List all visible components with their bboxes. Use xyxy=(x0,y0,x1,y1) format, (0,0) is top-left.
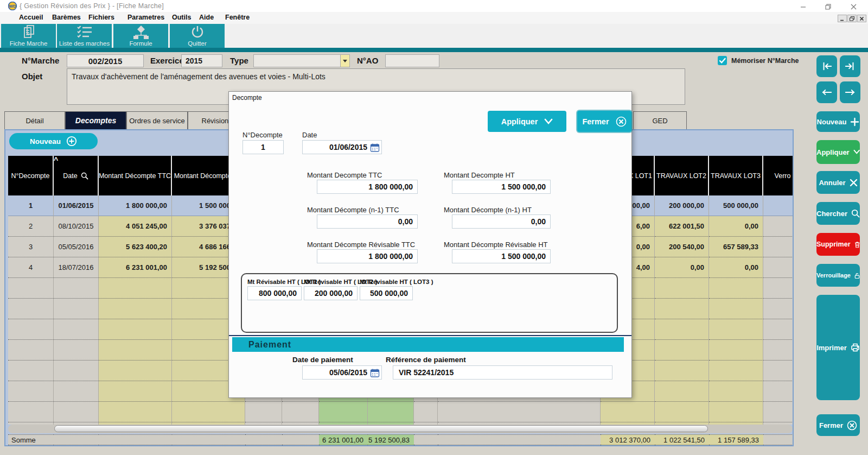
menu-item-fen-tre[interactable]: Fenêtre xyxy=(225,14,250,21)
table-cell xyxy=(709,319,763,340)
fiche-marche-button[interactable]: Fiche Marche xyxy=(1,24,56,48)
table-cell[interactable]: 0,00 xyxy=(709,257,763,278)
table-cell[interactable]: 200 540,00 xyxy=(655,237,709,257)
table-nouveau-button[interactable]: Nouveau xyxy=(9,133,98,149)
window-close-icon[interactable] xyxy=(846,3,860,10)
mt-rev-ht-field[interactable]: 1 500 000,00 xyxy=(452,249,551,263)
type-select[interactable] xyxy=(253,54,350,67)
tab-ged[interactable]: GED xyxy=(633,111,687,129)
tab-ordres-de-service[interactable]: Ordres de service xyxy=(126,111,188,129)
quitter-button[interactable]: Quitter xyxy=(170,24,225,48)
table-cell[interactable]: 500 000,00 xyxy=(709,195,763,216)
mt-ht-field[interactable]: 1 500 000,00 xyxy=(452,180,551,194)
table-cell[interactable] xyxy=(763,216,794,237)
mt-ttc-field[interactable]: 1 800 000,00 xyxy=(317,180,418,194)
first-record-button[interactable] xyxy=(816,55,837,77)
search-icon[interactable] xyxy=(81,172,88,180)
table-cell[interactable]: 657 589,33 xyxy=(709,237,763,257)
sidebar-imprimer-button[interactable]: Imprimer xyxy=(816,295,860,400)
table-cell[interactable]: 08/10/2015 xyxy=(54,216,99,237)
lot3-field[interactable]: 500 000,00 xyxy=(360,286,413,300)
dialog-n-decompte-field[interactable]: 1 xyxy=(242,140,284,154)
sidebar-chercher-button[interactable]: Chercher xyxy=(816,202,860,225)
table-cell xyxy=(99,319,172,340)
menu-item-bar-mes[interactable]: Barèmes xyxy=(52,14,81,21)
menu-item-outils[interactable]: Outils xyxy=(172,14,191,21)
mt-rev-ttc-field[interactable]: 1 800 000,00 xyxy=(317,249,418,263)
button-label: Appliquer xyxy=(501,117,538,126)
window-minimize-icon[interactable] xyxy=(796,3,810,10)
table-cell[interactable]: 2 xyxy=(8,216,54,237)
table-cell xyxy=(709,299,763,319)
menu-item-parametres[interactable]: Parametres xyxy=(127,14,164,21)
mdi-minimize-icon[interactable] xyxy=(838,15,847,22)
last-record-button[interactable] xyxy=(840,55,860,77)
menu-item-accueil[interactable]: Accueil xyxy=(19,14,43,21)
table-cell[interactable]: 01/06/2015 xyxy=(54,195,99,216)
exercice-field[interactable]: 2015 xyxy=(181,54,222,67)
column-header-travaux-lot2[interactable]: TRAVAUX LOT2 xyxy=(655,156,709,195)
sidebar-nouveau-button[interactable]: Nouveau xyxy=(816,111,860,132)
column-header-montant-d-compte-ttc[interactable]: Montant Décompte TTC xyxy=(99,156,172,195)
horizontal-scrollbar-thumb[interactable] xyxy=(54,425,708,432)
memoriser-checkbox[interactable] xyxy=(718,56,727,65)
table-cell xyxy=(99,299,172,319)
mdi-restore-icon[interactable] xyxy=(847,15,857,22)
dialog-appliquer-button[interactable]: Appliquer xyxy=(488,111,566,132)
table-cell xyxy=(54,361,99,381)
button-label: Imprimer xyxy=(816,344,847,352)
table-cell[interactable]: 1 xyxy=(8,195,54,216)
table-cell[interactable] xyxy=(763,195,794,216)
table-cell[interactable]: 18/07/2016 xyxy=(54,257,99,278)
table-cell[interactable] xyxy=(763,237,794,257)
column-header-date[interactable]: Date xyxy=(54,156,99,195)
column-header-travaux-lot3[interactable]: TRAVAUX LOT3 xyxy=(709,156,763,195)
table-cell[interactable]: 3 xyxy=(8,237,54,257)
table-cell[interactable]: 4 051 245,00 xyxy=(99,216,172,237)
x-icon xyxy=(850,179,858,187)
chevron-down-icon[interactable] xyxy=(340,55,349,67)
previous-record-button[interactable] xyxy=(816,81,837,103)
mdi-close-icon[interactable] xyxy=(857,15,866,22)
power-icon xyxy=(190,24,205,40)
menu-item-fichiers[interactable]: Fichiers xyxy=(88,14,114,21)
next-record-button[interactable] xyxy=(840,81,860,103)
table-cell xyxy=(99,381,172,402)
lot2-field[interactable]: 200 000,00 xyxy=(304,286,358,300)
menu-item-aide[interactable]: Aide xyxy=(199,14,214,21)
liste-des-marches-button[interactable]: Liste des marches xyxy=(57,24,112,48)
lot1-field[interactable]: 800 000,00 xyxy=(247,286,302,300)
table-cell[interactable]: 200 000,00 xyxy=(655,195,709,216)
window-restore-icon[interactable] xyxy=(821,3,835,10)
calendar-icon[interactable] xyxy=(370,368,380,378)
table-cell[interactable]: 05/05/2016 xyxy=(54,237,99,257)
table-cell[interactable]: 0,00 xyxy=(709,216,763,237)
date-paiement-field[interactable]: 05/06/2015 xyxy=(302,365,382,380)
table-cell[interactable]: 4 xyxy=(8,257,54,278)
mt-n1-ht-field[interactable]: 0,00 xyxy=(452,214,551,229)
column-header-verro[interactable]: Verro xyxy=(763,156,794,195)
dialog-fermer-button[interactable]: Fermer xyxy=(577,111,631,132)
tab-d-tail[interactable]: Détail xyxy=(4,111,65,129)
sidebar-appliquer-button[interactable]: Appliquer xyxy=(816,140,860,164)
table-cell[interactable]: 0,00 xyxy=(655,257,709,278)
formule-button[interactable]: Formule xyxy=(113,24,168,48)
tab-decomptes[interactable]: Decomptes xyxy=(65,111,126,129)
table-cell[interactable]: 622 001,50 xyxy=(655,216,709,237)
table-cell[interactable] xyxy=(763,257,794,278)
table-cell[interactable]: 1 800 000,00 xyxy=(99,195,172,216)
dialog-date-field[interactable]: 01/06/2015 xyxy=(302,140,382,154)
n-ao-field[interactable] xyxy=(385,54,439,67)
sidebar-annuler-button[interactable]: Annuler xyxy=(816,171,860,194)
table-cell[interactable]: 6 231 001,00 xyxy=(99,257,172,278)
sidebar-fermer-button[interactable]: Fermer xyxy=(816,414,860,436)
n-marche-field[interactable]: 002/2015 xyxy=(67,54,144,67)
column-header-n-decompte[interactable]: N°Decompte xyxy=(8,156,54,195)
table-cell[interactable]: 5 623 400,20 xyxy=(99,237,172,257)
ref-paiement-field[interactable]: VIR 52241/2015 xyxy=(393,365,612,380)
sidebar-verrouillage-button[interactable]: Verrouillage xyxy=(816,264,860,287)
mt-n1-ttc-field[interactable]: 0,00 xyxy=(317,214,418,229)
exercice-label: Exercice xyxy=(150,56,184,65)
calendar-icon[interactable] xyxy=(370,143,380,153)
sidebar-supprimer-button[interactable]: Supprimer xyxy=(816,233,860,256)
